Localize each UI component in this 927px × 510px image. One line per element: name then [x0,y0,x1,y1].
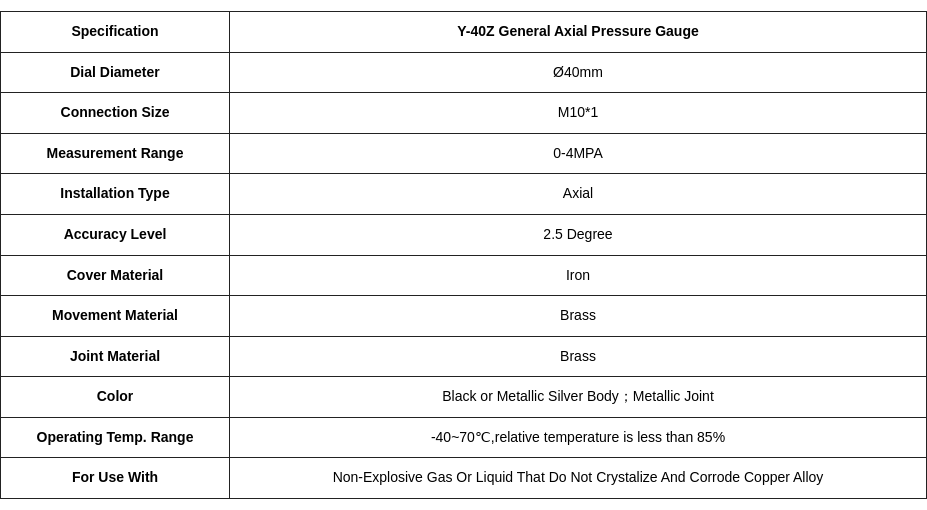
cell-value-8: Brass [230,337,926,377]
cell-label-3: Measurement Range [1,134,230,174]
table-row: ColorBlack or Metallic Silver Body；Metal… [1,377,926,418]
table-row: Dial DiameterØ40mm [1,53,926,94]
table-row: For Use WithNon-Explosive Gas Or Liquid … [1,458,926,498]
table-row: Cover MaterialIron [1,256,926,297]
table-row: Accuracy Level2.5 Degree [1,215,926,256]
cell-value-0: Y-40Z General Axial Pressure Gauge [230,12,926,52]
table-row: Operating Temp. Range-40~70℃,relative te… [1,418,926,459]
cell-label-4: Installation Type [1,174,230,214]
cell-value-11: Non-Explosive Gas Or Liquid That Do Not … [230,458,926,498]
cell-value-6: Iron [230,256,926,296]
cell-label-7: Movement Material [1,296,230,336]
table-row: Connection SizeM10*1 [1,93,926,134]
cell-label-2: Connection Size [1,93,230,133]
cell-label-0: Specification [1,12,230,52]
cell-value-7: Brass [230,296,926,336]
cell-value-5: 2.5 Degree [230,215,926,255]
spec-table: SpecificationY-40Z General Axial Pressur… [0,11,927,499]
cell-label-9: Color [1,377,230,417]
cell-label-10: Operating Temp. Range [1,418,230,458]
table-row: Movement MaterialBrass [1,296,926,337]
cell-label-1: Dial Diameter [1,53,230,93]
table-row: Measurement Range0-4MPA [1,134,926,175]
cell-label-5: Accuracy Level [1,215,230,255]
cell-label-11: For Use With [1,458,230,498]
cell-value-2: M10*1 [230,93,926,133]
cell-label-6: Cover Material [1,256,230,296]
cell-value-9: Black or Metallic Silver Body；Metallic J… [230,377,926,417]
table-row: Installation TypeAxial [1,174,926,215]
cell-value-3: 0-4MPA [230,134,926,174]
table-row: Joint MaterialBrass [1,337,926,378]
table-row: SpecificationY-40Z General Axial Pressur… [1,12,926,53]
cell-label-8: Joint Material [1,337,230,377]
cell-value-1: Ø40mm [230,53,926,93]
cell-value-4: Axial [230,174,926,214]
cell-value-10: -40~70℃,relative temperature is less tha… [230,418,926,458]
